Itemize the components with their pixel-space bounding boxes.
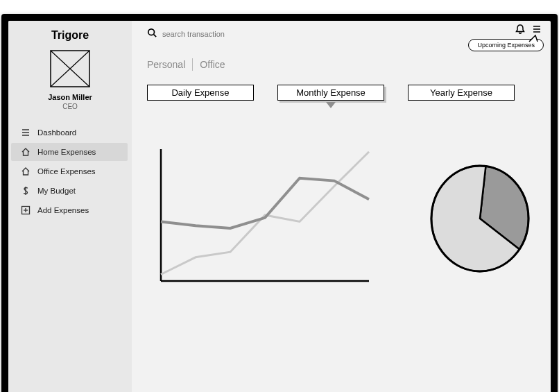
scope-tabs: Personal Office [147,58,535,71]
sidebar-item-label: Office Expenses [37,167,96,176]
pie-chart [424,163,535,274]
menu-icon [21,128,31,137]
sidebar-item-label: Dashboard [37,128,76,137]
search-input[interactable] [161,29,258,39]
avatar[interactable] [50,50,90,87]
tab-monthly-expense[interactable]: Monthly Expense [277,85,384,101]
tab-office[interactable]: Office [200,59,225,70]
home-outline-icon [21,147,31,157]
svg-line-10 [154,35,157,37]
tab-yearly-expense[interactable]: Yearly Expense [408,85,515,101]
svg-point-9 [148,29,155,35]
search-icon [147,28,157,40]
tab-personal[interactable]: Personal [147,59,185,70]
sidebar-item-my-budget[interactable]: My Budget [11,182,128,200]
search[interactable] [147,28,258,40]
sidebar-item-office-expenses[interactable]: Office Expenses [11,162,128,180]
upcoming-expenses-callout[interactable]: Upcoming Expenses [468,39,544,51]
sidebar-item-label: My Budget [37,187,76,195]
user-name: Jason Miller [8,93,132,101]
tab-daily-expense[interactable]: Daily Expense [147,85,254,101]
dollar-icon [21,186,31,196]
sidebar-nav: Dashboard Home Expenses Office Expenses [8,123,132,220]
line-chart [147,142,376,295]
home-outline-icon [21,167,31,176]
bell-icon[interactable] [515,24,526,37]
expense-tabs: Daily Expense Monthly Expense Yearly Exp… [147,85,535,101]
brand-title: Trigore [8,26,132,47]
sidebar-item-home-expenses[interactable]: Home Expenses [11,143,128,161]
main-content: Upcoming Expenses Personal Office Daily … [132,21,551,392]
sidebar-item-label: Add Expenses [37,206,89,214]
plus-box-icon [21,205,31,215]
divider [192,58,193,71]
sidebar-item-add-expenses[interactable]: Add Expenses [11,201,128,219]
sidebar: Trigore Jason Miller CEO Dashboard [8,21,132,392]
sidebar-item-label: Home Expenses [37,148,96,156]
sidebar-item-dashboard[interactable]: Dashboard [11,123,128,142]
user-role: CEO [8,103,132,110]
